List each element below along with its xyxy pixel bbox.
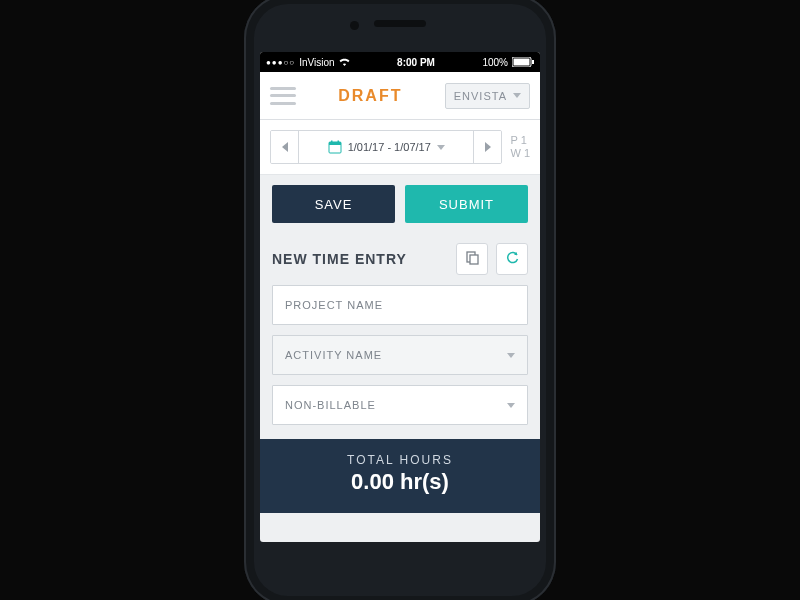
chevron-right-icon — [485, 142, 491, 152]
svg-rect-1 — [513, 59, 529, 66]
phone-frame: ●●●○○ InVision 8:00 PM 100% — [244, 0, 556, 600]
save-button[interactable]: SAVE — [272, 185, 395, 223]
activity-name-placeholder: ACTIVITY NAME — [285, 349, 382, 361]
svg-rect-5 — [331, 141, 333, 144]
carrier-label: InVision — [299, 57, 334, 68]
calendar-icon — [328, 140, 342, 154]
copy-icon — [465, 250, 480, 269]
battery-icon — [512, 57, 534, 67]
chevron-down-icon — [513, 93, 521, 98]
company-label: ENVISTA — [454, 90, 507, 102]
submit-button-label: SUBMIT — [439, 197, 494, 212]
submit-button[interactable]: SUBMIT — [405, 185, 528, 223]
refresh-icon — [505, 250, 520, 269]
wifi-icon — [339, 58, 350, 66]
date-range-label: 1/01/17 - 1/07/17 — [348, 141, 431, 153]
app-header: DRAFT ENVISTA — [260, 72, 540, 120]
totals-label: TOTAL HOURS — [260, 453, 540, 467]
totals-value: 0.00 hr(s) — [260, 469, 540, 495]
battery-percent: 100% — [482, 57, 508, 68]
page-title: DRAFT — [306, 87, 435, 105]
activity-name-select[interactable]: ACTIVITY NAME — [272, 335, 528, 375]
chevron-down-icon — [507, 353, 515, 358]
next-week-button[interactable] — [473, 131, 501, 163]
entry-form: PROJECT NAME ACTIVITY NAME NON-BILLABLE — [260, 285, 540, 439]
date-segment: 1/01/17 - 1/07/17 — [270, 130, 502, 164]
action-bar: SAVE SUBMIT — [260, 175, 540, 237]
svg-rect-4 — [329, 142, 341, 145]
app-screen: ●●●○○ InVision 8:00 PM 100% — [260, 52, 540, 542]
status-bar: ●●●○○ InVision 8:00 PM 100% — [260, 52, 540, 72]
project-name-input[interactable]: PROJECT NAME — [272, 285, 528, 325]
billable-value: NON-BILLABLE — [285, 399, 376, 411]
project-name-placeholder: PROJECT NAME — [285, 299, 383, 311]
prev-week-button[interactable] — [271, 131, 299, 163]
phone-camera — [350, 21, 359, 30]
chevron-down-icon — [507, 403, 515, 408]
menu-icon[interactable] — [270, 87, 296, 105]
copy-button[interactable] — [456, 243, 488, 275]
billable-select[interactable]: NON-BILLABLE — [272, 385, 528, 425]
svg-rect-2 — [532, 60, 534, 64]
svg-rect-8 — [470, 255, 478, 264]
svg-rect-6 — [337, 141, 339, 144]
signal-dots-icon: ●●●○○ — [266, 58, 295, 67]
section-title: NEW TIME ENTRY — [272, 251, 448, 267]
week-label: W 1 — [510, 147, 530, 160]
chevron-down-icon — [437, 145, 445, 150]
save-button-label: SAVE — [315, 197, 353, 212]
totals-panel: TOTAL HOURS 0.00 hr(s) — [260, 439, 540, 513]
status-left: ●●●○○ InVision — [266, 57, 350, 68]
period-label: P 1 — [510, 134, 530, 147]
status-right: 100% — [482, 57, 534, 68]
stage: ●●●○○ InVision 8:00 PM 100% — [0, 0, 800, 600]
section-header: NEW TIME ENTRY — [260, 237, 540, 285]
period-week-label: P 1 W 1 — [510, 134, 530, 160]
date-row: 1/01/17 - 1/07/17 P 1 W 1 — [260, 120, 540, 175]
clock-label: 8:00 PM — [397, 57, 435, 68]
company-dropdown[interactable]: ENVISTA — [445, 83, 530, 109]
date-range-dropdown[interactable]: 1/01/17 - 1/07/17 — [299, 131, 473, 163]
refresh-button[interactable] — [496, 243, 528, 275]
chevron-left-icon — [282, 142, 288, 152]
phone-speaker — [374, 20, 426, 27]
